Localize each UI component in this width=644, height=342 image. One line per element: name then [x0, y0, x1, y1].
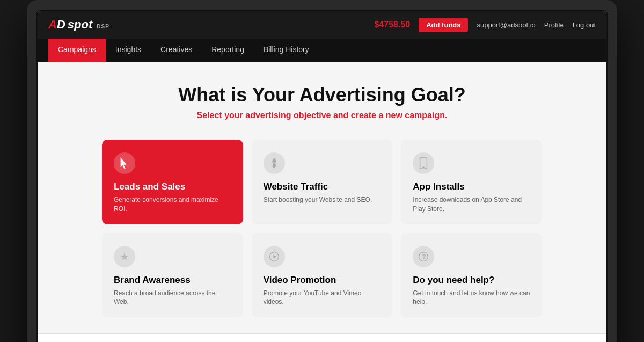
website-traffic-title: Website Traffic	[264, 181, 381, 192]
play-icon	[269, 251, 280, 262]
logo-spot: spot	[68, 18, 92, 32]
tab-reporting[interactable]: Reporting	[202, 39, 254, 62]
goal-card-leads-sales[interactable]: Leads and Sales Generate conversions and…	[102, 140, 243, 224]
laptop-frame: AD spot DSP $4758.50 Add funds support@a…	[27, 0, 617, 342]
star-icon: ★	[120, 250, 129, 263]
leads-sales-title: Leads and Sales	[114, 181, 231, 192]
goal-card-help[interactable]: ? Do you need help? Get in touch and let…	[401, 233, 542, 318]
page-subtitle: Select your advertising objective and cr…	[70, 111, 574, 120]
page-title: What is Your Advertising Goal?	[70, 84, 574, 106]
logout-link[interactable]: Log out	[573, 21, 596, 29]
app-installs-icon-circle	[413, 152, 434, 174]
brand-awareness-title: Brand Awareness	[114, 275, 231, 286]
cursor-icon	[119, 157, 130, 169]
help-title: Do you need help?	[413, 275, 530, 286]
tab-billing-history[interactable]: Billing History	[254, 39, 319, 62]
goal-card-brand-awareness[interactable]: ★ Brand Awareness Reach a broad audience…	[102, 233, 243, 318]
leads-sales-desc: Generate conversions and maximize ROI.	[114, 195, 231, 214]
help-icon-circle: ?	[413, 246, 434, 267]
screen: AD spot DSP $4758.50 Add funds support@a…	[36, 10, 608, 342]
video-promotion-icon-circle	[264, 246, 285, 267]
website-traffic-desc: Start boosting your Website and SEO.	[264, 195, 381, 205]
main-content: What is Your Advertising Goal? Select yo…	[38, 62, 606, 333]
website-traffic-icon-circle	[264, 152, 285, 174]
goal-card-website-traffic[interactable]: Website Traffic Start boosting your Webs…	[252, 140, 393, 224]
topbar: AD spot DSP $4758.50 Add funds support@a…	[38, 11, 606, 39]
goal-card-app-installs[interactable]: App Installs Increase downloads on App S…	[401, 140, 542, 224]
topbar-right: $4758.50 Add funds support@adspot.io Pro…	[374, 18, 596, 32]
brand-awareness-icon-circle: ★	[114, 246, 135, 267]
goal-card-video-promotion[interactable]: Video Promotion Promote your YouTube and…	[252, 233, 393, 318]
goals-grid: Leads and Sales Generate conversions and…	[102, 140, 542, 317]
logo: AD spot DSP	[48, 18, 109, 32]
question-icon: ?	[418, 251, 429, 262]
add-funds-button[interactable]: Add funds	[419, 18, 468, 32]
logo-ad: AD	[48, 18, 65, 32]
svg-text:?: ?	[422, 253, 426, 260]
support-email-link[interactable]: support@adspot.io	[477, 21, 535, 29]
tab-insights[interactable]: Insights	[106, 39, 151, 62]
svg-marker-3	[273, 254, 276, 258]
nav-tabs: Campaigns Insights Creatives Reporting B…	[38, 39, 606, 62]
app-installs-title: App Installs	[413, 181, 530, 192]
rocket-icon	[268, 157, 280, 169]
video-promotion-title: Video Promotion	[264, 275, 381, 286]
profile-link[interactable]: Profile	[544, 21, 564, 29]
help-desc: Get in touch and let us know how we can …	[413, 289, 530, 307]
leads-sales-icon-circle	[114, 152, 135, 174]
tab-campaigns[interactable]: Campaigns	[48, 39, 106, 62]
app-installs-desc: Increase downloads on App Store and Play…	[413, 195, 530, 214]
brand-awareness-desc: Reach a broad audience across the Web.	[114, 289, 231, 307]
logo-dsp: DSP	[97, 24, 109, 30]
balance-amount: $4758.50	[374, 20, 410, 30]
tab-creatives[interactable]: Creatives	[151, 39, 202, 62]
video-promotion-desc: Promote your YouTube and Vimeo videos.	[264, 289, 381, 307]
phone-icon	[419, 157, 428, 169]
footer: © 2022 ADspot DSP. All rights reserved. …	[38, 333, 606, 342]
